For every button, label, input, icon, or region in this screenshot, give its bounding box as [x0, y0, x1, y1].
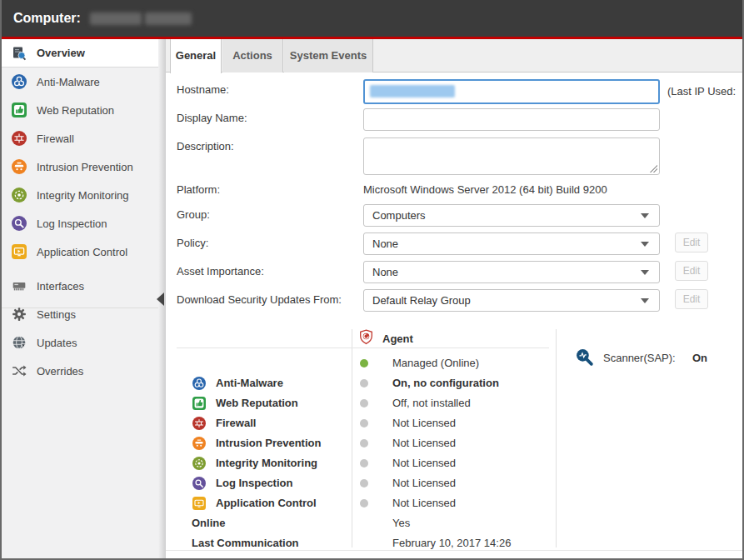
sidebar-item-label: Web Reputation [37, 104, 114, 117]
module-label: Anti-Malware [216, 377, 283, 389]
module-label: Firewall [216, 417, 256, 429]
integrity-monitoring-icon [192, 457, 206, 470]
intrusion-prevention-icon [192, 437, 206, 450]
log-inspection-icon [12, 216, 27, 231]
status-row-web-reputation: Web Reputation Off, not installed [166, 393, 741, 413]
redacted-computer-name [145, 12, 192, 25]
module-status-value: Not Licensed [392, 437, 456, 449]
status-dot-inactive [360, 379, 368, 388]
sidebar-item-intrusion-prevention[interactable]: Intrusion Prevention [2, 152, 158, 181]
sidebar-item-label: Updates [37, 337, 77, 349]
sidebar-item-interfaces[interactable]: Interfaces [2, 272, 158, 300]
status-dot-inactive [360, 399, 368, 408]
online-value: Yes [392, 517, 410, 529]
updates-globe-icon [12, 335, 27, 350]
gear-icon [12, 307, 27, 322]
sidebar: Overview Anti-Malware Web Reputation Fir… [2, 39, 166, 558]
status-row-integrity-monitoring: Integrity Monitoring Not Licensed [166, 453, 741, 473]
scanner-magnifier-icon [575, 348, 594, 367]
platform-label: Platform: [177, 183, 220, 196]
chevron-down-icon [641, 213, 649, 218]
firewall-icon [12, 131, 27, 146]
sidebar-item-anti-malware[interactable]: Anti-Malware [2, 68, 158, 96]
sidebar-item-label: Overview [37, 47, 85, 59]
intrusion-prevention-icon [12, 159, 27, 174]
module-label: Integrity Monitoring [216, 457, 317, 469]
hostname-input[interactable] [363, 79, 660, 104]
overrides-shuffle-icon [12, 363, 27, 378]
sidebar-item-settings[interactable]: Settings [2, 300, 158, 328]
sidebar-item-application-control[interactable]: Application Control [2, 238, 158, 266]
description-label: Description: [177, 140, 234, 152]
overview-icon [12, 46, 27, 61]
policy-dropdown[interactable]: None [363, 232, 660, 255]
status-dot-online [360, 359, 368, 368]
title-bar: Computer: [2, 0, 742, 37]
status-dot-inactive [360, 439, 368, 448]
bottom-divider [166, 550, 742, 551]
relay-group-edit-button[interactable]: Edit [675, 289, 708, 309]
computer-details-window: Computer: Overview Anti-Malware Web Repu… [0, 0, 744, 560]
tab-label: Actions [232, 49, 272, 62]
module-status-value: Not Licensed [392, 417, 456, 429]
sidebar-item-updates[interactable]: Updates [2, 328, 158, 357]
group-label: Group: [177, 208, 210, 221]
relay-group-selected-value: Default Relay Group [372, 294, 471, 307]
sidebar-item-label: Settings [37, 308, 76, 321]
module-label: Log Inspection [216, 477, 292, 489]
download-updates-label: Download Security Updates From: [177, 293, 342, 306]
tab-bar: General Actions System Events [166, 39, 742, 72]
log-inspection-icon [192, 477, 206, 490]
tab-actions[interactable]: Actions [222, 39, 283, 72]
sidebar-item-web-reputation[interactable]: Web Reputation [2, 96, 158, 124]
asset-importance-edit-button[interactable]: Edit [675, 261, 708, 281]
status-header-underline [177, 348, 549, 348]
resize-grip-icon[interactable] [649, 164, 657, 172]
scanner-value: On [692, 352, 707, 364]
sidebar-item-integrity-monitoring[interactable]: Integrity Monitoring [2, 181, 158, 209]
group-dropdown[interactable]: Computers [363, 204, 660, 227]
sidebar-item-firewall[interactable]: Firewall [2, 124, 158, 152]
display-name-input[interactable] [363, 108, 660, 131]
agent-status-value: Managed (Online) [392, 357, 479, 369]
module-label: Application Control [216, 497, 317, 509]
chevron-down-icon [641, 270, 649, 275]
policy-edit-button[interactable]: Edit [675, 232, 708, 252]
sidebar-item-label: Firewall [37, 132, 74, 145]
status-dot-inactive [360, 479, 368, 488]
policy-selected-value: None [372, 238, 398, 250]
status-dot-inactive [360, 499, 368, 508]
asset-importance-selected-value: None [372, 266, 398, 278]
status-row-firewall: Firewall Not Licensed [166, 413, 741, 433]
sidebar-item-log-inspection[interactable]: Log Inspection [2, 209, 158, 238]
status-row-application-control: Application Control Not Licensed [166, 493, 741, 513]
asset-importance-dropdown[interactable]: None [363, 261, 660, 283]
web-reputation-icon [12, 102, 27, 118]
sidebar-item-overview[interactable]: Overview [2, 39, 158, 68]
last-communication-value: February 10, 2017 14:26 [392, 537, 511, 549]
application-control-icon [192, 497, 206, 510]
web-reputation-icon [192, 397, 206, 410]
tab-system-events[interactable]: System Events [284, 39, 373, 72]
module-status-value: Not Licensed [392, 477, 456, 489]
sidebar-item-label: Anti-Malware [37, 76, 100, 88]
sidebar-collapse-arrow[interactable] [157, 292, 164, 306]
last-ip-label: (Last IP Used: [667, 85, 736, 98]
agent-column-header: Agent [382, 332, 413, 345]
relay-group-dropdown[interactable]: Default Relay Group [363, 289, 660, 312]
tab-general[interactable]: General [170, 39, 222, 73]
scanner-label: Scanner(SAP): [603, 352, 676, 364]
tab-label: System Events [290, 49, 367, 62]
module-status-value: Not Licensed [392, 497, 456, 509]
hostname-label: Hostname: [177, 83, 229, 96]
status-dot-inactive [360, 459, 368, 468]
platform-value: Microsoft Windows Server 2012 (64 bit) B… [363, 183, 607, 196]
chevron-down-icon [641, 298, 649, 303]
policy-label: Policy: [177, 237, 208, 249]
sidebar-item-label: Intrusion Prevention [37, 161, 133, 173]
status-row-intrusion-prevention: Intrusion Prevention Not Licensed [166, 433, 741, 453]
description-textarea[interactable] [363, 138, 660, 175]
redacted-computer-name [90, 12, 142, 25]
sidebar-item-overrides[interactable]: Overrides [2, 357, 158, 385]
module-status-value: On, no configuration [392, 377, 499, 389]
